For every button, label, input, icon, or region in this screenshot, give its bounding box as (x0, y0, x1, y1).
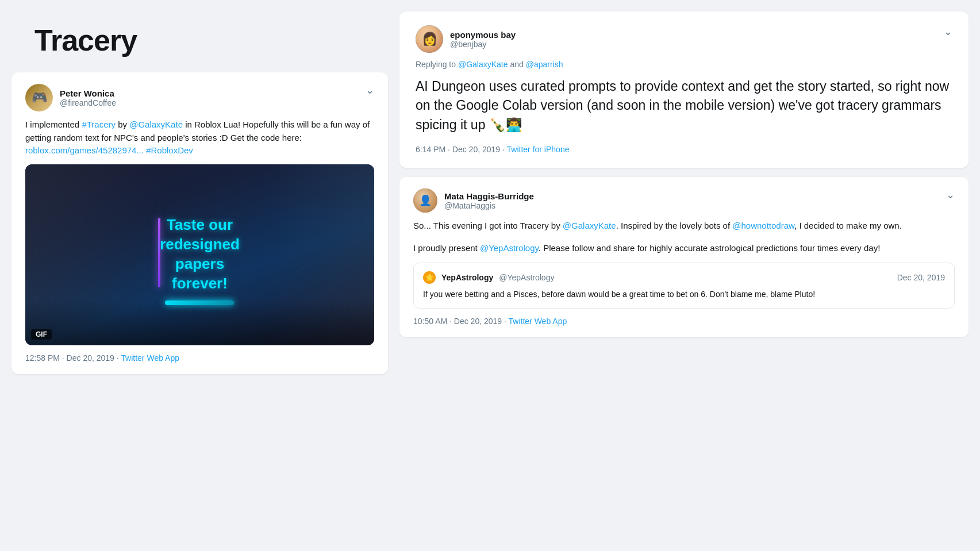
user-info: Peter Wonica @fireandCoffee (60, 88, 116, 107)
tweet-text-so: So... This evening I got into Tracery by (413, 221, 563, 230)
user-handle-eponymous: @benjbay (450, 40, 516, 49)
tweet-gif-image: Taste our redesigned papers forever! GIF (25, 164, 374, 345)
tweet-body: I implemented #Tracery by @GalaxyKate in… (25, 118, 374, 157)
left-column: Tracery 🎮 Peter Wonica @fireandCoffee ⌄ … (11, 11, 388, 540)
quoted-avatar: 🌟 (423, 271, 436, 284)
tweet-header-top: 👩 eponymous bay @benjbay ⌄ (416, 25, 952, 53)
tweet-text-prefix: I implemented (25, 120, 82, 129)
user-info-top: eponymous bay @benjbay (450, 30, 516, 49)
gif-scene: Taste our redesigned papers forever! (25, 164, 374, 345)
tweet-timestamp-top: 6:14 PM · Dec 20, 2019 · Twitter for iPh… (416, 145, 952, 154)
timestamp-text: 12:58 PM · Dec 20, 2019 · (25, 353, 121, 363)
gif-text: Taste our redesigned papers forever! (160, 215, 240, 293)
right-tweet-bottom-card: 👤 Mata Haggis-Burridge @MataHaggis ⌄ So.… (399, 177, 969, 337)
avatar-face-mata: 👤 (413, 188, 437, 213)
page-title: Tracery (11, 11, 388, 63)
user-handle-mata: @MataHaggis (444, 201, 534, 210)
tweet-text-inspired: . Inspired by the lovely bots of (616, 221, 733, 230)
right-column: 👩 eponymous bay @benjbay ⌄ Replying to @… (399, 11, 969, 540)
user-name-mata: Mata Haggis-Burridge (444, 191, 534, 201)
quoted-tweet-header: 🌟 YepAstrology @YepAstrology Dec 20, 201… (423, 271, 945, 284)
avatar: 🎮 (25, 84, 53, 111)
tweet-text-share: . Please follow and share for highly acc… (539, 243, 880, 253)
tweet-author-section-top: 👩 eponymous bay @benjbay (416, 25, 516, 53)
reply-to-text: Replying to (416, 60, 458, 69)
quoted-avatar-emoji: 🌟 (425, 273, 434, 282)
mention-hownottodraw[interactable]: @hownottodraw (732, 221, 794, 230)
quoted-tweet: 🌟 YepAstrology @YepAstrology Dec 20, 201… (413, 263, 955, 309)
roblox-link[interactable]: roblox.com/games/45282974... (25, 145, 144, 155)
user-name-eponymous: eponymous bay (450, 30, 516, 40)
chevron-down-icon-top[interactable]: ⌄ (944, 25, 952, 38)
tweet-body-bottom-2: I proudly present @YepAstrology. Please … (413, 242, 955, 255)
mention-yepastrology[interactable]: @YepAstrology (480, 243, 539, 253)
left-tweet-card: 🎮 Peter Wonica @fireandCoffee ⌄ I implem… (11, 72, 388, 374)
hashtag-tracery[interactable]: #Tracery (82, 120, 116, 129)
quoted-user-name: YepAstrology (441, 273, 493, 282)
tweet-header-bottom: 👤 Mata Haggis-Burridge @MataHaggis ⌄ (413, 188, 955, 213)
mention-galaxykate[interactable]: @GalaxyKate (129, 120, 183, 129)
gif-badge: GIF (31, 329, 52, 340)
tweet-body-top: AI Dungeon uses curated prompts to provi… (416, 77, 952, 134)
gif-floor (25, 299, 374, 345)
quoted-date: Dec 20, 2019 (897, 273, 945, 282)
timestamp-text-top: 6:14 PM · Dec 20, 2019 · (416, 145, 507, 154)
chevron-down-icon[interactable]: ⌄ (366, 84, 374, 97)
reply-mention-2[interactable]: @aparrish (526, 60, 563, 69)
tweet-source-link[interactable]: Twitter Web App (121, 353, 179, 363)
reply-mention-1[interactable]: @GalaxyKate (458, 60, 508, 69)
tweet-header: 🎮 Peter Wonica @fireandCoffee ⌄ (25, 84, 374, 111)
quoted-body: If you were betting and a Pisces, before… (423, 288, 945, 300)
hashtag-robloxdev[interactable]: #RobloxDev (146, 145, 193, 155)
mention-galaxykate-bottom[interactable]: @GalaxyKate (563, 221, 616, 230)
timestamp-text-bottom: 10:50 AM · Dec 20, 2019 · (413, 317, 509, 326)
user-name: Peter Wonica (60, 88, 116, 98)
reply-and: and (508, 60, 526, 69)
tweet-timestamp: 12:58 PM · Dec 20, 2019 · Twitter Web Ap… (25, 353, 374, 363)
tweet-text-decided: , I decided to make my own. (794, 221, 902, 230)
quoted-user-handle: @YepAstrology (499, 273, 554, 282)
tweet-body-bottom-1: So... This evening I got into Tracery by… (413, 219, 955, 233)
avatar-mata: 👤 (413, 188, 437, 213)
user-info-bottom: Mata Haggis-Burridge @MataHaggis (444, 191, 534, 210)
tweet-source-link-top[interactable]: Twitter for iPhone (507, 145, 570, 154)
chevron-down-icon-bottom[interactable]: ⌄ (946, 188, 955, 201)
avatar-eponymous: 👩 (416, 25, 443, 53)
user-handle: @fireandCoffee (60, 98, 116, 107)
tweet-text-proudly: I proudly present (413, 243, 480, 253)
page-container: Tracery 🎮 Peter Wonica @fireandCoffee ⌄ … (0, 0, 980, 551)
right-tweet-top-card: 👩 eponymous bay @benjbay ⌄ Replying to @… (399, 11, 969, 168)
reply-to: Replying to @GalaxyKate and @aparrish (416, 60, 952, 69)
tweet-author-section: 🎮 Peter Wonica @fireandCoffee (25, 84, 116, 111)
avatar-face: 👩 (416, 25, 443, 53)
tweet-source-link-bottom[interactable]: Twitter Web App (509, 317, 567, 326)
tweet-author-section-bottom: 👤 Mata Haggis-Burridge @MataHaggis (413, 188, 534, 213)
tweet-timestamp-bottom: 10:50 AM · Dec 20, 2019 · Twitter Web Ap… (413, 317, 955, 326)
tweet-text-by: by (116, 120, 129, 129)
